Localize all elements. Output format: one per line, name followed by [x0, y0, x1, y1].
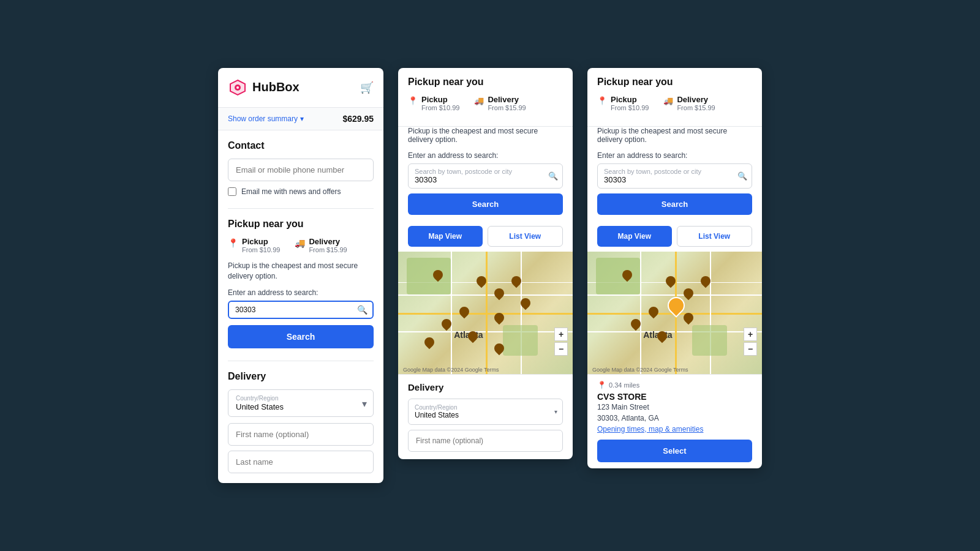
store-info-section: 📍 0.34 miles CVS STORE 123 Main Street 3…	[587, 374, 762, 468]
map-pin-4	[492, 286, 506, 300]
panel3-tabs: 📍 Pickup From $10.99 🚚 Delivery From $15…	[597, 95, 752, 111]
store-details-link[interactable]: Opening times, map & amenities	[597, 425, 752, 433]
panel2-pickup-info: Pickup is the cheapest and most secure d…	[398, 127, 573, 151]
panel2-country-arrow-icon: ▾	[554, 408, 557, 415]
panel2-search-placeholder: Search by town, postcode or city	[415, 168, 543, 175]
select-store-button[interactable]: Select	[597, 440, 752, 462]
panel2-search-wrap: Search by town, postcode or city 30303 🔍	[408, 163, 563, 189]
panel3-pickup-icon: 📍	[597, 96, 607, 105]
panel2-delivery-label: Delivery	[488, 95, 526, 104]
panel2-tabs: 📍 Pickup From $10.99 🚚 Delivery From $15…	[408, 95, 563, 111]
address-search-input[interactable]	[228, 301, 374, 319]
panel3-search-wrap: Search by town, postcode or city 30303 🔍	[597, 163, 752, 189]
panel2-map-footer: Google Map data ©2024 Google Terms	[403, 367, 499, 373]
panel2-address-label: Enter an address to search:	[408, 151, 563, 160]
country-label: Country/Region	[236, 395, 366, 402]
panel2-pickup-price: From $10.99	[421, 104, 459, 111]
panel2-header: Pickup near you 📍 Pickup From $10.99 🚚 D…	[398, 68, 573, 127]
panel3-address-label: Enter an address to search:	[597, 151, 752, 160]
panel2-delivery-tab: 🚚 Delivery From $15.99	[474, 95, 526, 111]
panel3-map-footer: Google Map data ©2024 Google Terms	[592, 367, 688, 373]
first-name-field[interactable]	[228, 423, 374, 446]
panel3-address-section: Enter an address to search: Search by to…	[587, 151, 762, 226]
email-news-checkbox[interactable]	[228, 187, 236, 196]
panel3-search-value[interactable]: 30303	[604, 175, 732, 184]
panel2-country-label: Country/Region	[415, 404, 544, 411]
divider2	[228, 361, 374, 361]
divider1	[228, 208, 374, 209]
panel3-map-zoom-in-btn[interactable]: +	[744, 328, 757, 341]
panel2-search-button[interactable]: Search	[408, 193, 563, 215]
panel2-map-bg: Atlanta + − Google Map data ©2024 Google…	[398, 252, 573, 374]
panel2-map: Atlanta + − Google Map data ©2024 Google…	[398, 252, 573, 374]
panel2-country-value: United States	[415, 411, 544, 419]
logo: HubBox	[228, 78, 300, 97]
panel2-map-controls: + −	[554, 328, 568, 356]
panel3-pickup-label: Pickup	[611, 95, 649, 104]
country-value: United States	[236, 402, 366, 411]
panel2-map-view-btn[interactable]: Map View	[408, 226, 483, 247]
map-zoom-out-btn[interactable]: −	[554, 342, 568, 356]
email-field[interactable]	[228, 159, 374, 181]
panel2-delivery-title: Delivery	[408, 382, 563, 392]
pickup-map-panel: Pickup near you 📍 Pickup From $10.99 🚚 D…	[398, 68, 573, 459]
panel3-map-pin-4	[681, 286, 695, 300]
panel2-first-name-field[interactable]	[408, 430, 563, 452]
email-news-row: Email me with news and offers	[228, 187, 374, 196]
panel2-search-value[interactable]: 30303	[415, 175, 543, 184]
panel3-pickup-price: From $10.99	[611, 104, 649, 111]
distance-text: 0.34 miles	[609, 381, 639, 389]
email-news-label: Email me with news and offers	[241, 187, 341, 196]
pickup-option: 📍 Pickup From $10.99	[228, 237, 280, 253]
delivery-label: Delivery	[309, 237, 347, 246]
panel2-view-toggle: Map View List View	[398, 226, 573, 252]
select-arrow-icon: ▾	[362, 397, 367, 409]
panel3-map: Atlanta + − Google Map data ©2024 Google…	[587, 252, 762, 374]
delivery-truck-icon: 🚚	[295, 238, 305, 248]
country-select-wrap[interactable]: Country/Region United States ▾	[228, 389, 374, 417]
panel2-country-select[interactable]: Country/Region United States ▾	[408, 399, 563, 425]
panel3-pickup-tab: 📍 Pickup From $10.99	[597, 95, 649, 111]
panel3-search-button[interactable]: Search	[597, 193, 752, 215]
panel3-header: Pickup near you 📍 Pickup From $10.99 🚚 D…	[587, 68, 762, 127]
distance-pin-icon: 📍	[597, 381, 606, 389]
map-pin-10	[422, 335, 436, 349]
panel3-map-view-btn[interactable]: Map View	[597, 226, 672, 247]
panel2-title: Pickup near you	[408, 77, 563, 88]
pickup-location-icon: 📍	[228, 238, 238, 248]
delivery-option: 🚚 Delivery From $15.99	[295, 237, 347, 253]
store-name: CVS STORE	[597, 392, 752, 402]
pickup-label: Pickup	[242, 237, 280, 246]
pickup-price: From $10.99	[242, 246, 280, 253]
search-button[interactable]: Search	[228, 325, 374, 348]
store-selected-panel: Pickup near you 📍 Pickup From $10.99 🚚 D…	[587, 68, 762, 468]
panel3-view-toggle: Map View List View	[587, 226, 762, 252]
panel2-delivery-section: Delivery Country/Region United States ▾	[398, 374, 573, 459]
search-icon: 🔍	[357, 305, 368, 315]
panel3-list-view-btn[interactable]: List View	[677, 226, 753, 247]
panel3-map-bg: Atlanta + − Google Map data ©2024 Google…	[587, 252, 762, 374]
panel3-pickup-info: Pickup is the cheapest and most secure d…	[587, 127, 762, 151]
pickup-section-title: Pickup near you	[228, 219, 374, 230]
panel2-address-section: Enter an address to search: Search by to…	[398, 151, 573, 226]
cart-icon[interactable]: 🛒	[360, 81, 374, 94]
panel3-delivery-price: From $15.99	[677, 104, 715, 111]
store-city: 30303, Atlanta, GA	[597, 414, 752, 422]
store-street: 123 Main Street	[597, 403, 752, 411]
hubbox-logo-icon	[228, 78, 247, 97]
panel2-list-view-btn[interactable]: List View	[488, 226, 564, 247]
order-summary-bar: Show order summary ▾ $629.95	[218, 108, 383, 130]
panel2-delivery-price: From $15.99	[488, 104, 526, 111]
panel3-map-zoom-out-btn[interactable]: −	[744, 342, 757, 356]
panel2-pickup-tab: 📍 Pickup From $10.99	[408, 95, 459, 111]
distance-row: 📍 0.34 miles	[597, 381, 752, 389]
map-zoom-in-btn[interactable]: +	[554, 328, 568, 341]
panel3-delivery-icon: 🚚	[663, 96, 673, 105]
panel3-search-placeholder: Search by town, postcode or city	[604, 168, 732, 175]
show-order-summary-link[interactable]: Show order summary ▾	[228, 114, 304, 123]
panel2-pickup-icon: 📍	[408, 96, 418, 105]
delivery-price: From $15.99	[309, 246, 347, 253]
panel1-header: HubBox 🛒	[218, 68, 383, 108]
last-name-field[interactable]	[228, 451, 374, 473]
pickup-info-text: Pickup is the cheapest and most secure d…	[228, 261, 374, 282]
